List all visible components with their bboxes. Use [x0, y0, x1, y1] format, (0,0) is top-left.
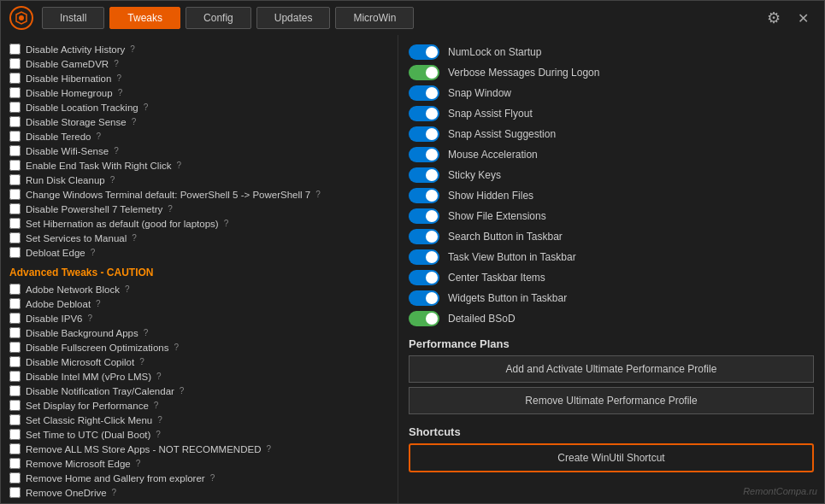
help-icon[interactable]: ? [176, 161, 181, 170]
help-icon[interactable]: ? [114, 146, 119, 155]
toggle-row-show-hidden: Show Hidden Files [409, 185, 814, 206]
snap-assist-flyout-toggle[interactable] [409, 106, 439, 121]
change-terminal-checkbox[interactable] [9, 189, 21, 200]
disable-wifisense-checkbox[interactable] [9, 145, 21, 156]
enable-end-task-checkbox[interactable] [9, 160, 21, 171]
performance-plans-title: Performance Plans [409, 337, 814, 350]
help-icon[interactable]: ? [174, 343, 179, 352]
help-icon[interactable]: ? [154, 401, 159, 410]
set-classic-right-click-checkbox[interactable] [9, 414, 21, 425]
help-icon[interactable]: ? [91, 248, 96, 257]
help-icon[interactable]: ? [157, 415, 162, 425]
help-icon[interactable]: ? [114, 59, 119, 68]
help-icon[interactable]: ? [139, 357, 144, 366]
detailed-bsod-toggle[interactable] [409, 311, 439, 326]
help-icon[interactable]: ? [180, 386, 185, 396]
center-taskbar-items-toggle[interactable] [409, 270, 439, 285]
help-icon[interactable]: ? [168, 204, 173, 214]
disable-fullscreen-opt-checkbox[interactable] [9, 342, 21, 353]
close-button[interactable]: ✕ [791, 9, 816, 28]
show-hidden-files-toggle[interactable] [409, 188, 439, 203]
help-icon[interactable]: ? [136, 459, 141, 468]
help-icon[interactable]: ? [116, 73, 121, 83]
disable-notif-tray-checkbox[interactable] [9, 385, 21, 396]
show-file-extensions-toggle[interactable] [409, 208, 439, 224]
help-icon[interactable]: ? [125, 284, 130, 294]
help-icon[interactable]: ? [96, 299, 101, 308]
right-panel: NumLock on Startup Verbose Messages Duri… [398, 35, 824, 503]
help-icon[interactable]: ? [224, 219, 229, 228]
item-label: Remove Home and Gallery from explorer [26, 473, 205, 483]
verbose-messages-toggle[interactable] [409, 65, 439, 80]
remove-home-gallery-checkbox[interactable] [9, 472, 21, 483]
list-item: Remove Microsoft Edge ? [9, 456, 389, 471]
search-button-taskbar-toggle[interactable] [409, 229, 439, 244]
disable-background-apps-checkbox[interactable] [9, 327, 21, 338]
help-icon[interactable]: ? [144, 328, 149, 337]
adobe-debloat-checkbox[interactable] [9, 298, 21, 309]
toggle-row-sticky-keys: Sticky Keys [409, 165, 814, 185]
item-label: Adobe Network Block [26, 284, 120, 295]
tab-microwin[interactable]: MicroWin [335, 7, 414, 29]
tab-tweaks[interactable]: Tweaks [109, 7, 180, 29]
run-disk-cleanup-checkbox[interactable] [9, 174, 21, 185]
disable-intel-mm-checkbox[interactable] [9, 371, 21, 382]
remove-ms-edge-checkbox[interactable] [9, 458, 21, 469]
help-icon[interactable]: ? [315, 190, 321, 199]
disable-homegroup-checkbox[interactable] [9, 87, 21, 98]
help-icon[interactable]: ? [87, 314, 92, 323]
set-hibernation-default-checkbox[interactable] [9, 218, 21, 229]
list-item: Set Classic Right-Click Menu ? [9, 413, 389, 427]
list-item: Disable Location Tracking ? [9, 100, 389, 114]
help-icon[interactable]: ? [266, 444, 271, 454]
help-icon[interactable]: ? [97, 132, 102, 141]
help-icon[interactable]: ? [156, 372, 162, 381]
remove-onedrive-checkbox[interactable] [9, 487, 21, 498]
task-view-button-toggle[interactable] [409, 249, 439, 265]
disable-ipv6-checkbox[interactable] [9, 313, 21, 324]
help-icon[interactable]: ? [130, 44, 135, 54]
disable-hibernation-checkbox[interactable] [9, 73, 21, 84]
list-item: Remove ALL MS Store Apps - NOT RECOMMEND… [9, 442, 389, 456]
item-label: Set Time to UTC (Dual Boot) [26, 430, 150, 440]
set-display-perf-checkbox[interactable] [9, 400, 21, 411]
disable-teredo-checkbox[interactable] [9, 131, 21, 142]
disable-gamedvr-checkbox[interactable] [9, 58, 21, 69]
remove-ms-store-apps-checkbox[interactable] [9, 443, 21, 454]
numlock-toggle[interactable] [409, 44, 439, 60]
toggle-row-center-taskbar: Center Taskbar Items [409, 267, 814, 288]
toggle-label: Show Hidden Files [448, 190, 533, 202]
help-icon[interactable]: ? [110, 175, 115, 185]
help-icon[interactable]: ? [132, 117, 137, 126]
disable-location-tracking-checkbox[interactable] [9, 102, 21, 113]
disable-storage-sense-checkbox[interactable] [9, 116, 21, 127]
help-icon[interactable]: ? [210, 473, 215, 483]
help-icon[interactable]: ? [132, 233, 137, 243]
set-time-utc-checkbox[interactable] [9, 429, 21, 440]
create-shortcut-button[interactable]: Create WinUtil Shortcut [409, 443, 814, 472]
left-panel: Disable Activity History ? Disable GameD… [1, 35, 398, 503]
help-icon[interactable]: ? [144, 103, 149, 112]
snap-window-toggle[interactable] [409, 85, 439, 101]
set-services-manual-checkbox[interactable] [9, 232, 21, 243]
sticky-keys-toggle[interactable] [409, 167, 439, 183]
toggle-row-widgets: Widgets Button in Taskbar [409, 288, 814, 308]
settings-button[interactable]: ⚙ [762, 7, 786, 29]
disable-activity-history-checkbox[interactable] [9, 44, 21, 55]
mouse-acceleration-toggle[interactable] [409, 147, 439, 162]
tab-config[interactable]: Config [186, 7, 251, 29]
help-icon[interactable]: ? [112, 488, 117, 497]
tab-updates[interactable]: Updates [256, 7, 331, 29]
toggle-label: Widgets Button in Taskbar [448, 292, 567, 304]
disable-ms-copilot-checkbox[interactable] [9, 356, 21, 367]
remove-performance-profile-button[interactable]: Remove Ultimate Performance Profile [409, 387, 814, 414]
help-icon[interactable]: ? [156, 430, 161, 439]
disable-ps7-telemetry-checkbox[interactable] [9, 203, 21, 214]
widgets-button-toggle[interactable] [409, 290, 439, 306]
tab-install[interactable]: Install [42, 7, 104, 29]
help-icon[interactable]: ? [118, 88, 123, 97]
snap-assist-suggestion-toggle[interactable] [409, 126, 439, 142]
adobe-network-block-checkbox[interactable] [9, 284, 21, 295]
add-performance-profile-button[interactable]: Add and Activate Ultimate Performance Pr… [409, 355, 814, 383]
debloat-edge-checkbox[interactable] [9, 247, 21, 258]
